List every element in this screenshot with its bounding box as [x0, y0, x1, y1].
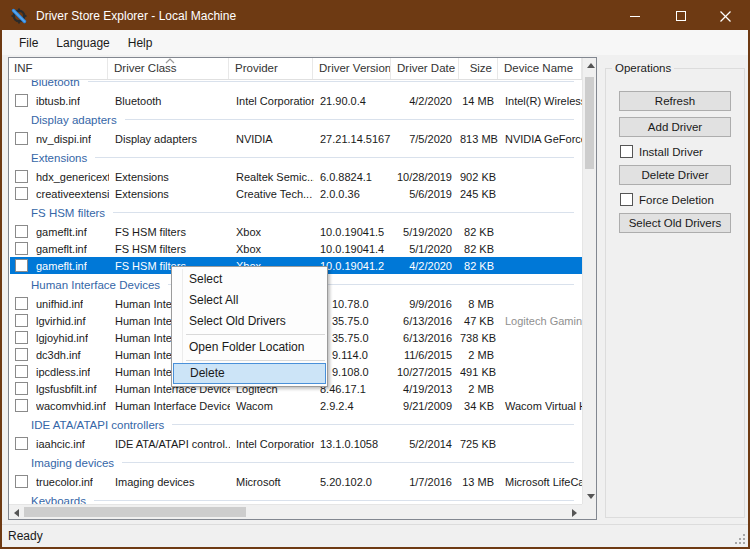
row-checkbox[interactable]	[15, 170, 28, 183]
row-checkbox[interactable]	[15, 297, 28, 310]
cell-driver-date: 6/13/2016	[392, 315, 460, 327]
table-row[interactable]: gameflt.infFS HSM filtersXbox10.0.19041.…	[10, 223, 582, 240]
horizontal-scrollbar[interactable]	[9, 504, 582, 519]
row-checkbox[interactable]	[15, 475, 28, 488]
group-header-line	[172, 424, 574, 425]
context-menu-item-select-old-drivers[interactable]: Select Old Drivers	[172, 311, 327, 332]
row-checkbox[interactable]	[15, 348, 28, 361]
context-menu-item-select[interactable]: Select	[172, 269, 327, 290]
column-header-inf[interactable]: INF	[9, 58, 108, 79]
cell-inf: gameflt.inf	[10, 225, 109, 238]
minimize-icon[interactable]	[613, 2, 658, 30]
context-menu-item-delete[interactable]: Delete	[173, 363, 326, 384]
column-header-size[interactable]: Size	[459, 58, 498, 79]
select-old-drivers-button[interactable]: Select Old Drivers	[619, 213, 731, 233]
table-row[interactable]: creativeextensio...ExtensionsCreative Te…	[10, 185, 582, 202]
scroll-right-icon[interactable]	[572, 509, 577, 517]
table-row[interactable]: hdx_genericext_...ExtensionsRealtek Semi…	[10, 168, 582, 185]
context-menu-separator	[186, 360, 325, 361]
install-driver-checkbox[interactable]: Install Driver	[620, 145, 703, 158]
table-row[interactable]: gameflt.infFS HSM filtersXbox10.0.19041.…	[10, 240, 582, 257]
menubar-item-file[interactable]: File	[10, 32, 47, 54]
inf-filename: lgvirhid.inf	[36, 315, 86, 327]
scroll-down-icon[interactable]	[587, 494, 595, 499]
group-header-line	[95, 157, 574, 158]
cell-driver-date: 9/9/2016	[392, 298, 460, 310]
close-icon[interactable]	[703, 2, 748, 30]
titlebar: Driver Store Explorer - Local Machine	[2, 2, 748, 30]
row-checkbox[interactable]	[15, 259, 28, 272]
horizontal-scroll-thumb[interactable]	[24, 507, 246, 517]
table-row[interactable]: truecolor.infImaging devicesMicrosoft5.2…	[10, 473, 582, 490]
group-header-label: Bluetooth	[31, 80, 80, 88]
cell-driver-date: 5/2/2014	[392, 438, 460, 450]
operations-panel: Operations Refresh Add Driver Install Dr…	[605, 62, 745, 518]
refresh-button[interactable]: Refresh	[619, 91, 731, 111]
cell-driver-class: Imaging devices	[109, 476, 230, 488]
install-driver-label: Install Driver	[639, 146, 703, 158]
cell-driver-date: 10/27/2015	[392, 366, 460, 378]
cell-provider: NVIDIA	[230, 133, 314, 145]
vertical-scrollbar[interactable]	[582, 58, 596, 504]
group-header: IDE ATA/ATAPI controllers	[10, 414, 582, 435]
context-menu-item-select-all[interactable]: Select All	[172, 290, 327, 311]
inf-filename: ipcdless.inf	[36, 366, 90, 378]
group-header: Keyboards	[10, 490, 582, 504]
menubar-item-language[interactable]: Language	[47, 32, 118, 54]
maximize-icon[interactable]	[658, 2, 703, 30]
table-row[interactable]: ibtusb.infBluetoothIntel Corporation21.9…	[10, 92, 582, 109]
row-checkbox[interactable]	[15, 399, 28, 412]
inf-filename: creativeextensio...	[36, 188, 109, 200]
checkbox-box[interactable]	[620, 193, 633, 206]
cell-driver-date: 4/2/2020	[392, 95, 460, 107]
inf-filename: dc3dh.inf	[36, 349, 81, 361]
row-checkbox[interactable]	[15, 187, 28, 200]
group-header: Imaging devices	[10, 452, 582, 473]
column-header-driver-class[interactable]: Driver Class	[108, 58, 229, 79]
row-checkbox[interactable]	[15, 314, 28, 327]
row-checkbox[interactable]	[15, 242, 28, 255]
group-header: Display adapters	[10, 109, 582, 130]
column-header-driver-version[interactable]: Driver Version	[313, 58, 391, 79]
row-checkbox[interactable]	[15, 365, 28, 378]
row-checkbox[interactable]	[15, 94, 28, 107]
row-checkbox[interactable]	[15, 331, 28, 344]
cell-size: 813 MB	[460, 133, 499, 145]
table-row[interactable]: wacomvhid.infHuman Interface DevicesWaco…	[10, 397, 582, 414]
row-checkbox[interactable]	[15, 132, 28, 145]
cell-driver-date: 10/28/2019	[392, 171, 460, 183]
window-title: Driver Store Explorer - Local Machine	[36, 9, 236, 23]
cell-driver-date: 11/6/2015	[392, 349, 460, 361]
cell-device-name: Wacom Virtual Hi	[499, 400, 582, 412]
cell-device-name: Intel(R) Wireless B	[499, 95, 582, 107]
scroll-left-icon[interactable]	[14, 509, 19, 517]
row-checkbox[interactable]	[15, 225, 28, 238]
app-wrench-gear-icon	[11, 8, 27, 24]
column-header-device-name[interactable]: Device Name	[498, 58, 582, 79]
context-menu: SelectSelect AllSelect Old DriversOpen F…	[171, 266, 328, 387]
cell-size: 47 KB	[460, 315, 499, 327]
cell-inf: lgsfusbfilt.inf	[10, 382, 109, 395]
row-checkbox[interactable]	[15, 382, 28, 395]
context-menu-item-open-folder-location[interactable]: Open Folder Location	[172, 337, 327, 358]
cell-driver-class: Extensions	[109, 171, 230, 183]
table-row[interactable]: nv_dispi.infDisplay adaptersNVIDIA27.21.…	[10, 130, 582, 147]
checkbox-box[interactable]	[620, 145, 633, 158]
inf-filename: nv_dispi.inf	[36, 133, 91, 145]
resize-grip-icon[interactable]	[735, 534, 745, 544]
group-header-line	[113, 212, 574, 213]
cell-size: 2 MB	[460, 349, 499, 361]
force-deletion-checkbox[interactable]: Force Deletion	[620, 193, 714, 206]
delete-driver-button[interactable]: Delete Driver	[619, 165, 731, 185]
row-checkbox[interactable]	[15, 437, 28, 450]
app-window: Driver Store Explorer - Local Machine Fi…	[0, 0, 750, 549]
table-row[interactable]: iaahcic.infIDE ATA/ATAPI control...Intel…	[10, 435, 582, 452]
column-header-provider[interactable]: Provider	[229, 58, 313, 79]
scroll-up-icon[interactable]	[587, 63, 595, 68]
cell-driver-class: Bluetooth	[109, 95, 230, 107]
cell-driver-version: 10.0.19041.5	[314, 226, 392, 238]
column-header-driver-date[interactable]: Driver Date	[391, 58, 459, 79]
vertical-scroll-thumb[interactable]	[585, 77, 594, 169]
menubar-item-help[interactable]: Help	[119, 32, 162, 54]
add-driver-button[interactable]: Add Driver	[619, 117, 731, 137]
